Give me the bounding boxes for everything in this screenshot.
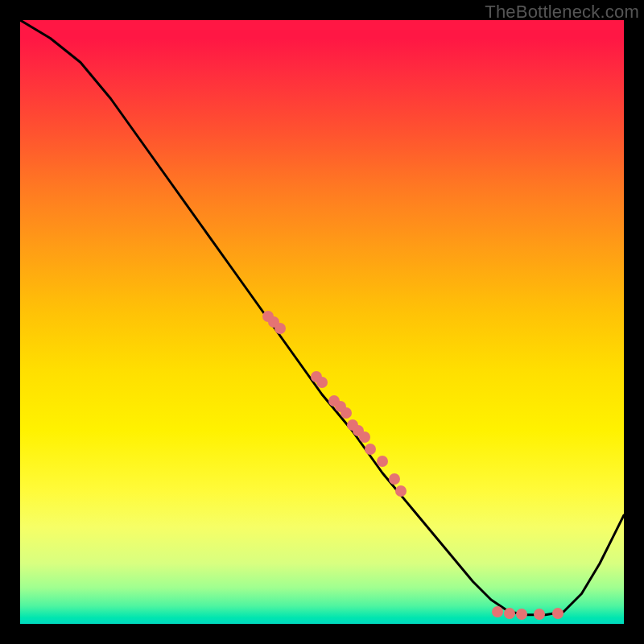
chart-canvas: TheBottleneck.com xyxy=(0,0,644,644)
data-point-marker xyxy=(534,609,545,620)
data-point-marker xyxy=(377,456,388,467)
data-point-marker xyxy=(492,606,503,617)
data-point-marker xyxy=(275,323,286,334)
data-point-marker xyxy=(395,485,407,497)
data-point-marker xyxy=(516,609,527,620)
watermark-text: TheBottleneck.com xyxy=(485,2,639,23)
plot-area xyxy=(20,20,624,624)
data-point-marker xyxy=(359,431,370,443)
data-point-marker xyxy=(552,608,564,619)
data-point-marker xyxy=(316,377,328,388)
data-point-marker xyxy=(365,444,376,455)
data-point-marker xyxy=(341,407,352,419)
bottleneck-curve xyxy=(20,20,624,624)
data-point-marker xyxy=(389,473,400,485)
data-point-marker xyxy=(504,608,515,619)
